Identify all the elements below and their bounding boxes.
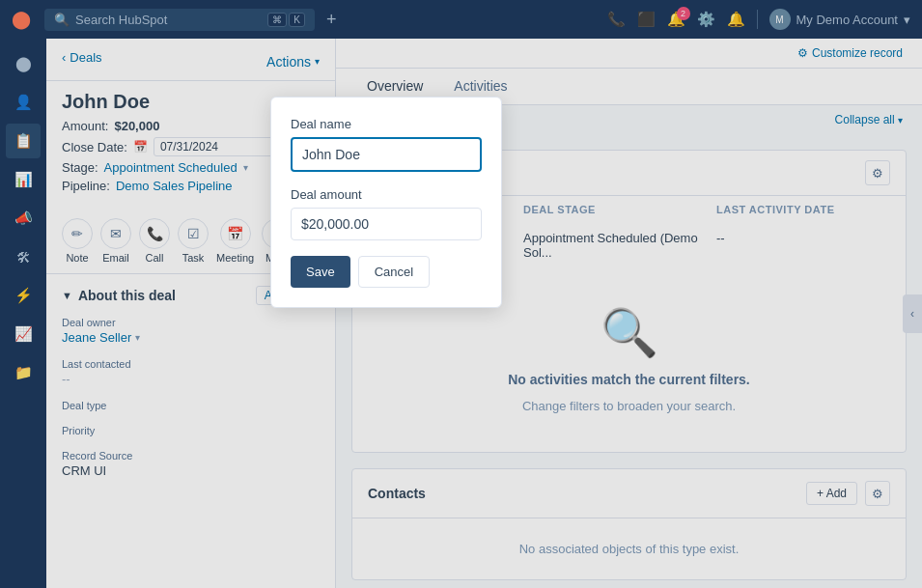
deal-name-modal-input[interactable] bbox=[291, 137, 482, 172]
deal-amount-modal-input[interactable] bbox=[291, 208, 482, 240]
edit-deal-modal: Deal name Deal amount Save Cancel bbox=[270, 97, 502, 308]
modal-buttons: Save Cancel bbox=[291, 256, 482, 288]
modal-save-button[interactable]: Save bbox=[291, 256, 350, 288]
modal-cancel-button[interactable]: Cancel bbox=[358, 256, 430, 288]
deal-name-field: Deal name bbox=[291, 117, 482, 172]
deal-amount-modal-label: Deal amount bbox=[291, 187, 482, 202]
modal-overlay[interactable]: Deal name Deal amount Save Cancel bbox=[0, 0, 922, 588]
deal-name-modal-label: Deal name bbox=[291, 117, 482, 131]
deal-amount-field: Deal amount bbox=[291, 187, 482, 240]
